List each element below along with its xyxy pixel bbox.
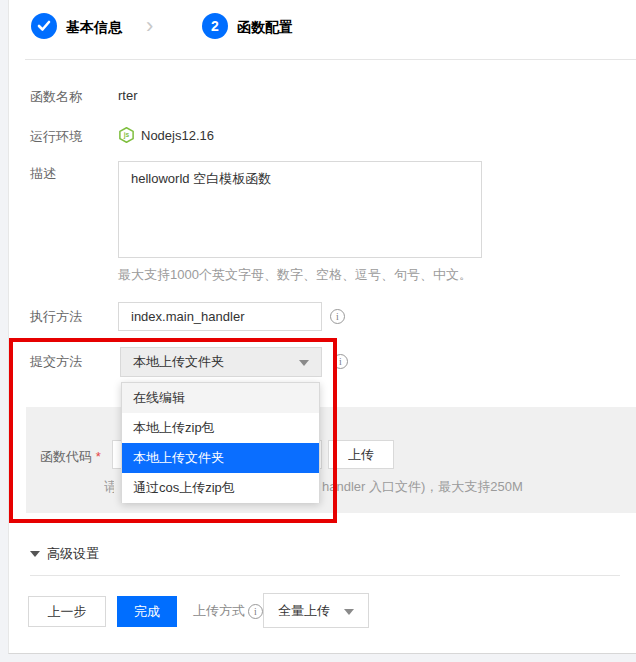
submit-method-dropdown: 在线编辑 本地上传zip包 本地上传文件夹 通过cos上传zip包 [121,382,320,503]
submit-method-label: 提交方法 [30,353,82,371]
function-name-label: 函数名称 [30,88,82,106]
upload-mode-value: 全量上传 [278,602,330,620]
step1-label[interactable]: 基本信息 [66,19,122,37]
handler-input[interactable]: index.main_handler [118,302,322,331]
description-textarea[interactable]: helloworld 空白模板函数 [118,161,482,258]
function-code-label: 函数代码 * [40,448,101,466]
submit-method-select[interactable]: 本地上传文件夹 [120,347,322,377]
dropdown-option-local-zip[interactable]: 本地上传zip包 [122,413,319,443]
dropdown-option-local-folder[interactable]: 本地上传文件夹 [122,443,319,473]
function-code-label-text: 函数代码 [40,449,92,464]
header-divider [25,59,636,60]
function-name-value: rter [118,88,138,103]
runtime-label: 运行环境 [30,128,82,146]
required-asterisk: * [96,449,101,464]
upload-mode-caret-icon [344,609,354,615]
footer-divider [30,575,620,576]
description-label: 描述 [30,165,56,183]
description-hint: 最大支持1000个英文字母、数字、空格、逗号、句号、中文。 [118,266,472,284]
code-hint-text: handler 入口文件)，最大支持250M [322,478,523,496]
advanced-settings-label: 高级设置 [47,545,99,563]
upload-mode-select[interactable]: 全量上传 [263,593,369,628]
upload-mode-info-icon[interactable]: i [248,604,263,619]
upload-mode-label: 上传方式 [193,602,245,620]
submit-method-value: 本地上传文件夹 [133,353,224,371]
upload-mode-label-row: 上传方式 i [193,602,263,620]
description-text: helloworld 空白模板函数 [131,170,271,188]
check-icon [37,20,51,32]
runtime-value: Nodejs12.16 [141,128,214,143]
content-card [8,0,636,654]
step-done-icon [31,13,57,39]
step2-number-badge: 2 [202,13,228,39]
dropdown-option-cos-zip[interactable]: 通过cos上传zip包 [122,473,319,503]
handler-info-icon[interactable]: i [330,309,345,324]
submit-method-info-icon[interactable]: i [333,354,348,369]
step-separator-chevron-icon: › [146,15,153,37]
finish-button[interactable]: 完成 [117,596,177,627]
handler-value: index.main_handler [131,309,244,324]
prev-step-button[interactable]: 上一步 [28,596,106,627]
advanced-caret-icon [30,551,40,557]
handler-label: 执行方法 [30,308,82,326]
step2-label: 函数配置 [237,19,293,37]
nodejs-js-letters: js [123,131,130,139]
nodejs-icon: js [118,126,135,144]
select-caret-icon [299,360,309,366]
dropdown-option-online-edit[interactable]: 在线编辑 [122,383,319,413]
upload-button[interactable]: 上传 [328,440,394,469]
code-hint-fragment: 请 [104,478,114,494]
page: 基本信息 › 2 函数配置 函数名称 rter 运行环境 js Nodejs12… [0,0,636,662]
advanced-settings-toggle[interactable]: 高级设置 [30,545,99,563]
